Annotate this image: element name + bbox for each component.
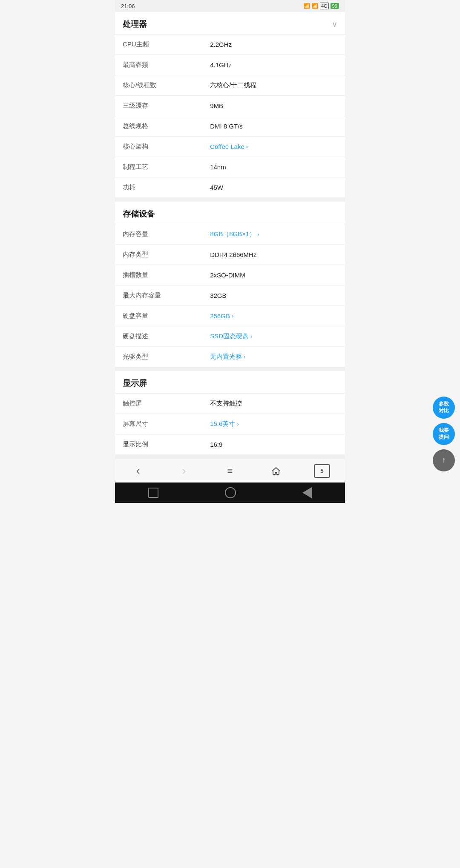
row-value-link[interactable]: 15.6英寸 ›: [202, 414, 345, 434]
battery-icon: 99: [331, 3, 339, 9]
row-label: 硬盘容量: [115, 306, 202, 326]
signal-icon: 📶: [312, 3, 318, 9]
table-row: 插槽数量 2xSO-DIMM: [115, 265, 345, 286]
row-label: 内存类型: [115, 245, 202, 265]
row-value: DDR4 2666MHz: [202, 245, 345, 265]
table-row-optical[interactable]: 光驱类型 无内置光驱 ›: [115, 347, 345, 367]
chevron-right-icon: ›: [250, 333, 252, 340]
wifi-icon: 📶: [304, 3, 310, 9]
tabs-count: 5: [314, 464, 330, 478]
table-row: 核心/线程数 六核心/十二线程: [115, 75, 345, 96]
row-value: 2xSO-DIMM: [202, 265, 345, 286]
table-row: 三级缓存 9MB: [115, 96, 345, 116]
row-label: 功耗: [115, 177, 202, 198]
table-row: 显示比例 16:9: [115, 434, 345, 455]
row-value-link[interactable]: 无内置光驱 ›: [202, 347, 345, 367]
table-row-core-arch[interactable]: 核心架构 Coffee Lake ›: [115, 137, 345, 157]
recents-icon[interactable]: [148, 488, 158, 498]
row-label: 最高睿频: [115, 55, 202, 75]
processor-table: CPU主频 2.2GHz 最高睿频 4.1GHz 核心/线程数 六核心/十二线程…: [115, 34, 345, 197]
row-label: 制程工艺: [115, 157, 202, 177]
display-table: 触控屏 不支持触控 屏幕尺寸 15.6英寸 › 显示比例 16:9: [115, 394, 345, 454]
row-value-link[interactable]: 256GB ›: [202, 306, 345, 326]
chevron-right-icon: ›: [257, 231, 259, 237]
table-row-screen-size[interactable]: 屏幕尺寸 15.6英寸 ›: [115, 414, 345, 434]
android-nav-bar: [115, 483, 345, 503]
row-value: 不支持触控: [202, 394, 345, 414]
row-label: 三级缓存: [115, 96, 202, 116]
nav-bar: ‹ › ≡ 5: [115, 459, 345, 483]
menu-button[interactable]: ≡: [219, 460, 241, 482]
row-value: 32GB: [202, 286, 345, 306]
display-section-header: 显示屏: [115, 371, 345, 394]
table-row-disk-desc[interactable]: 硬盘描述 SSD固态硬盘 ›: [115, 326, 345, 347]
section-divider: [115, 197, 345, 202]
row-label: 核心架构: [115, 137, 202, 157]
row-value: 45W: [202, 177, 345, 198]
row-value-link[interactable]: 8GB（8GB×1） ›: [202, 224, 345, 245]
row-value: 六核心/十二线程: [202, 75, 345, 96]
row-label: 屏幕尺寸: [115, 414, 202, 434]
processor-title: 处理器: [123, 19, 147, 30]
row-value-link[interactable]: SSD固态硬盘 ›: [202, 326, 345, 347]
row-label: 最大内存容量: [115, 286, 202, 306]
network-icon: 4G: [320, 3, 329, 9]
forward-button[interactable]: ›: [173, 460, 195, 482]
table-row: CPU主频 2.2GHz: [115, 34, 345, 55]
row-value: 2.2GHz: [202, 34, 345, 55]
back-button[interactable]: ‹: [127, 460, 149, 482]
table-row: 功耗 45W: [115, 177, 345, 198]
table-row: 制程工艺 14nm: [115, 157, 345, 177]
table-row-memory-capacity[interactable]: 内存容量 8GB（8GB×1） ›: [115, 224, 345, 245]
row-label: 核心/线程数: [115, 75, 202, 96]
row-value: 14nm: [202, 157, 345, 177]
table-row: 总线规格 DMI 8 GT/s: [115, 116, 345, 137]
status-icons: 📶 📶 4G 99: [304, 3, 339, 9]
row-label: 总线规格: [115, 116, 202, 137]
table-row-disk-capacity[interactable]: 硬盘容量 256GB ›: [115, 306, 345, 326]
row-label: CPU主频: [115, 34, 202, 55]
row-value: 9MB: [202, 96, 345, 116]
tabs-button[interactable]: 5: [311, 460, 333, 482]
processor-section-header[interactable]: 处理器 ∨: [115, 12, 345, 34]
row-label: 硬盘描述: [115, 326, 202, 347]
section-divider: [115, 454, 345, 459]
chevron-right-icon: ›: [237, 421, 239, 427]
display-title: 显示屏: [123, 378, 147, 389]
status-bar: 21:06 📶 📶 4G 99: [115, 0, 345, 12]
row-value: DMI 8 GT/s: [202, 116, 345, 137]
chevron-down-icon: ∨: [332, 20, 337, 29]
row-label: 插槽数量: [115, 265, 202, 286]
row-label: 内存容量: [115, 224, 202, 245]
row-value: 4.1GHz: [202, 55, 345, 75]
table-row: 最高睿频 4.1GHz: [115, 55, 345, 75]
table-row: 最大内存容量 32GB: [115, 286, 345, 306]
home-icon[interactable]: [225, 487, 236, 498]
row-label: 光驱类型: [115, 347, 202, 367]
chevron-right-icon: ›: [244, 354, 245, 360]
storage-table: 内存容量 8GB（8GB×1） › 内存类型 DDR4 2666MHz 插槽数量…: [115, 224, 345, 367]
chevron-right-icon: ›: [246, 143, 248, 150]
row-label: 显示比例: [115, 434, 202, 455]
chevron-right-icon: ›: [232, 313, 233, 319]
table-row: 内存类型 DDR4 2666MHz: [115, 245, 345, 265]
home-button[interactable]: [265, 460, 287, 482]
row-value-link[interactable]: Coffee Lake ›: [202, 137, 345, 157]
storage-section-header: 存储设备: [115, 202, 345, 224]
section-divider: [115, 367, 345, 371]
time: 21:06: [121, 3, 135, 9]
table-row: 触控屏 不支持触控: [115, 394, 345, 414]
back-icon[interactable]: [302, 487, 312, 498]
storage-title: 存储设备: [123, 208, 155, 220]
row-label: 触控屏: [115, 394, 202, 414]
row-value: 16:9: [202, 434, 345, 455]
